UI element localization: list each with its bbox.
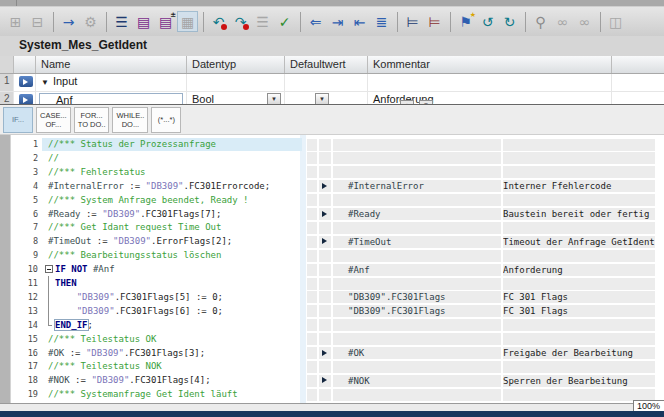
panel-name-cell[interactable] (333, 152, 501, 164)
for-snippet-button[interactable]: FOR...TO DO.. (74, 107, 110, 133)
code-line-17[interactable]: 17//*** Teilestatus NOK (0, 360, 300, 373)
compile-icon[interactable]: ✓ (274, 11, 295, 32)
panel-comment-cell[interactable] (503, 222, 655, 234)
defaultwert-dropdown-icon[interactable] (315, 93, 329, 104)
chevron-down-icon[interactable]: ▼ (41, 78, 49, 87)
code-line-11[interactable]: 11THEN (0, 277, 300, 290)
absolute-operands-icon[interactable]: ⊨ (402, 11, 423, 32)
panel-comment-cell[interactable] (503, 361, 655, 373)
panel-name-cell[interactable]: #Ready (333, 208, 501, 220)
panel-name-cell[interactable] (333, 222, 501, 234)
symbolic-operands-icon[interactable]: ⊨ (424, 11, 445, 32)
error-list-icon[interactable]: ☰ (252, 11, 273, 32)
code-line-13[interactable]: 13 "DB309".FC301Flags[6] := 0; (0, 305, 300, 318)
panel-name-cell[interactable]: #NOK (333, 375, 501, 387)
panel-name-cell[interactable] (333, 389, 501, 401)
while-snippet-button[interactable]: WHILE..DO... (112, 107, 148, 133)
insert-row-before-icon[interactable]: ⊞ (5, 11, 26, 32)
detail-arrow-icon[interactable] (322, 211, 327, 217)
column-header-kommentar[interactable]: Kommentar (368, 56, 612, 73)
panel-comment-cell[interactable] (503, 250, 655, 262)
import-source-icon[interactable]: ▤ (133, 11, 154, 32)
code-line-16[interactable]: 16#OK := "DB309".FC301Flags[3]; (0, 347, 300, 360)
format-code-icon[interactable]: ≣ (371, 11, 392, 32)
monitor-on-icon[interactable]: ∞ (552, 11, 573, 32)
case-snippet-button[interactable]: CASE...OF... (36, 107, 71, 133)
panel-comment-cell[interactable] (503, 389, 655, 401)
panel-comment-cell[interactable]: Sperren der Bearbeitung (503, 375, 655, 387)
export-source-icon[interactable]: ▤± (155, 11, 176, 32)
panel-name-cell[interactable]: #TimeOut (333, 236, 501, 248)
panel-comment-cell[interactable]: FC 301 Flags (503, 291, 655, 303)
panel-name-cell[interactable] (333, 278, 501, 290)
keep-actual-values-icon[interactable]: ⚙ (80, 11, 101, 32)
insert-network-icon[interactable]: ⇐ (305, 11, 326, 32)
indent-icon[interactable]: ⇥ (327, 11, 348, 32)
detail-arrow-icon[interactable] (322, 238, 327, 244)
panel-name-cell[interactable] (333, 194, 501, 206)
scl-code-editor[interactable]: 1//*** Status der Prozessanfrage2//3//**… (0, 135, 664, 403)
code-line-14[interactable]: 14END_IF; (0, 319, 300, 332)
panel-name-cell[interactable]: "DB309".FC301Flags (333, 291, 501, 303)
panel-comment-cell[interactable]: Freigabe der Bearbeitung (503, 347, 655, 359)
monitor-off-icon[interactable]: ∞ (574, 11, 595, 32)
next-bookmark-icon[interactable]: ↻ (499, 11, 520, 32)
panel-comment-cell[interactable]: Interner Ffehlercode (503, 180, 655, 192)
previous-bookmark-icon[interactable]: ↺ (477, 11, 498, 32)
open-block-icon[interactable]: → (58, 11, 79, 32)
detail-arrow-icon[interactable] (322, 183, 327, 189)
code-line-3[interactable]: 3//*** Fehlerstatus (0, 166, 300, 179)
snapshot-icon[interactable]: ▦ (177, 11, 198, 32)
kommentar-cell[interactable] (368, 74, 612, 91)
defaultwert-cell[interactable] (285, 74, 368, 91)
kommentar-cell[interactable]: Anforderung (368, 92, 612, 104)
code-line-18[interactable]: 18#NOK := "DB309".FC301Flags[4]; (0, 374, 300, 387)
panel-name-cell[interactable] (333, 250, 501, 262)
panel-comment-cell[interactable] (503, 278, 655, 290)
code-line-9[interactable]: 9//*** Bearbeitungsstatus löschen (0, 249, 300, 262)
datatype-dropdown-icon[interactable] (267, 93, 281, 104)
panel-comment-cell[interactable]: Baustein bereit oder fertig (503, 208, 655, 220)
previous-error-icon[interactable]: ↶ (208, 11, 229, 32)
fold-collapse-icon[interactable] (45, 265, 53, 273)
datentyp-cell[interactable] (187, 74, 285, 91)
detail-arrow-icon[interactable] (322, 377, 327, 383)
insert-row-after-icon[interactable]: ⊟ (27, 11, 48, 32)
panel-comment-cell[interactable] (503, 319, 655, 331)
column-header-datentyp[interactable]: Datentyp (187, 56, 285, 73)
name-cell[interactable]: Anf (36, 92, 187, 104)
panel-name-cell[interactable] (333, 166, 501, 178)
column-header-name[interactable]: Name (36, 56, 187, 73)
panel-name-cell[interactable]: #InternalError (333, 180, 501, 192)
code-line-4[interactable]: 4#InternalError := "DB309".FC301Errorcod… (0, 180, 300, 193)
next-error-icon[interactable]: ↷ (230, 11, 251, 32)
region-comment-snippet-button[interactable]: (*...*) (151, 107, 181, 133)
detail-arrow-icon[interactable] (322, 350, 327, 356)
code-line-7[interactable]: 7//*** Get Idant request Time Out (0, 221, 300, 234)
panel-comment-cell[interactable]: Anforderung (503, 264, 655, 276)
set-bookmark-icon[interactable]: ⚑★ (455, 11, 476, 32)
block-interface-icon[interactable]: ☰ (111, 11, 132, 32)
defaultwert-cell[interactable] (285, 92, 368, 104)
code-panel-splitter[interactable] (300, 135, 306, 403)
panel-name-cell[interactable]: #Anf (333, 264, 501, 276)
code-line-5[interactable]: 5//*** System Anfrage beendet, Ready ! (0, 194, 300, 207)
find-replace-icon[interactable]: ⚲ (530, 11, 551, 32)
code-line-8[interactable]: 8#TimeOut := "DB309".ErrorFlags[2]; (0, 235, 300, 248)
name-cell[interactable]: ▼Input (36, 74, 187, 91)
code-line-1[interactable]: 1//*** Status der Prozessanfrage (0, 138, 300, 151)
panel-name-cell[interactable]: "DB309".FC301Flags (333, 305, 501, 317)
split-editor-icon[interactable]: ◫ (605, 11, 626, 32)
panel-comment-cell[interactable] (503, 152, 655, 164)
panel-comment-cell[interactable]: FC 301 Flags (503, 305, 655, 317)
code-line-2[interactable]: 2// (0, 152, 300, 165)
code-line-15[interactable]: 15//*** Teilestatus OK (0, 333, 300, 346)
code-line-19[interactable]: 19//*** Systemanfrage Get Ident läuft (0, 388, 300, 401)
code-line-10[interactable]: 10IF NOT #Anf (0, 263, 300, 276)
panel-comment-cell[interactable]: Timeout der Anfrage GetIdent (503, 236, 655, 248)
panel-comment-cell[interactable] (503, 139, 655, 151)
panel-name-cell[interactable] (333, 319, 501, 331)
code-line-6[interactable]: 6#Ready := "DB309".FC301Flags[7]; (0, 208, 300, 221)
if-snippet-button[interactable]: IF... (3, 107, 33, 133)
outdent-icon[interactable]: ⇤ (349, 11, 370, 32)
